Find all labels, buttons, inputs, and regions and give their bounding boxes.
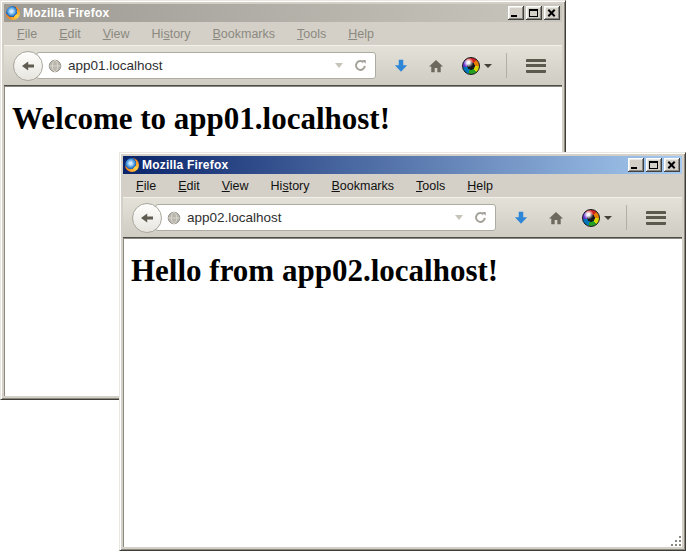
desktop: { "theme": { "chrome_color": "#d4d0c8", … — [0, 0, 688, 551]
app-menu-button[interactable] — [639, 204, 673, 232]
url-dropdown-icon[interactable] — [455, 215, 463, 220]
url-text: app02.localhost — [187, 210, 449, 225]
page-heading: Welcome to app01.localhost! — [12, 101, 562, 137]
navigation-toolbar: app02.localhost — [123, 197, 682, 238]
app-menu-button[interactable] — [519, 52, 553, 80]
home-icon — [427, 57, 445, 75]
download-button[interactable] — [512, 209, 530, 227]
maximize-button[interactable] — [526, 6, 542, 20]
url-bar[interactable]: app02.localhost — [155, 204, 496, 231]
home-button[interactable] — [547, 209, 565, 227]
menu-item-tools[interactable]: Tools — [407, 177, 454, 195]
minimize-button[interactable] — [508, 6, 524, 20]
url-bar[interactable]: app01.localhost — [36, 52, 376, 79]
titlebar[interactable]: Mozilla Firefox — [123, 156, 682, 174]
home-button[interactable] — [427, 57, 445, 75]
hamburger-icon — [526, 59, 546, 73]
menu-item-bookmarks[interactable]: Bookmarks — [323, 177, 404, 195]
download-icon — [512, 209, 530, 227]
minimize-icon — [631, 167, 637, 169]
back-icon — [139, 210, 155, 226]
menu-item-help[interactable]: Help — [339, 25, 383, 43]
menu-item-tools[interactable]: Tools — [288, 25, 335, 43]
menu-item-edit[interactable]: Edit — [169, 177, 209, 195]
menu-bar: FileEditViewHistoryBookmarksToolsHelp — [4, 22, 562, 45]
close-button[interactable] — [664, 158, 680, 172]
window-controls — [508, 6, 560, 20]
url-text: app01.localhost — [68, 58, 329, 73]
back-button[interactable] — [13, 51, 43, 81]
download-button[interactable] — [392, 57, 410, 75]
menu-item-view[interactable]: View — [94, 25, 139, 43]
reload-icon[interactable] — [353, 58, 368, 73]
menu-item-history[interactable]: History — [143, 25, 200, 43]
toolbar-separator — [626, 205, 627, 230]
resize-grip[interactable] — [669, 534, 683, 548]
page-heading: Hello from app02.localhost! — [131, 253, 682, 289]
close-icon — [664, 158, 680, 172]
close-button[interactable] — [544, 6, 560, 20]
globe-icon — [167, 211, 181, 225]
navigation-toolbar: app01.localhost — [4, 45, 562, 86]
toolbar-separator — [506, 53, 507, 78]
window-title: Mozilla Firefox — [23, 4, 505, 22]
menu-item-file[interactable]: File — [8, 25, 46, 43]
maximize-icon — [529, 9, 538, 17]
globe-icon — [48, 59, 62, 73]
firefox-icon[interactable] — [125, 158, 139, 172]
back-button[interactable] — [132, 203, 162, 233]
menu-bar: FileEditViewHistoryBookmarksToolsHelp — [123, 174, 682, 197]
page-content: Hello from app02.localhost! — [123, 238, 682, 547]
firefox-icon[interactable] — [6, 6, 20, 20]
colorwheel-button[interactable] — [582, 209, 612, 227]
hamburger-icon — [646, 211, 666, 225]
reload-icon[interactable] — [473, 210, 488, 225]
window-controls — [628, 158, 680, 172]
browser-window-app02: Mozilla Firefox FileEditViewHistoryBookm… — [119, 152, 686, 551]
colorwheel-icon — [462, 57, 480, 75]
colorwheel-button[interactable] — [462, 57, 492, 75]
home-icon — [547, 209, 565, 227]
menu-item-history[interactable]: History — [262, 177, 319, 195]
maximize-icon — [649, 161, 658, 169]
menu-item-file[interactable]: File — [127, 177, 165, 195]
close-icon — [544, 6, 560, 20]
caret-down-icon — [604, 216, 612, 220]
menu-item-view[interactable]: View — [213, 177, 258, 195]
menu-item-bookmarks[interactable]: Bookmarks — [204, 25, 285, 43]
colorwheel-icon — [582, 209, 600, 227]
menu-item-edit[interactable]: Edit — [50, 25, 90, 43]
back-icon — [20, 58, 36, 74]
minimize-icon — [511, 15, 517, 17]
menu-item-help[interactable]: Help — [458, 177, 502, 195]
caret-down-icon — [484, 64, 492, 68]
minimize-button[interactable] — [628, 158, 644, 172]
titlebar[interactable]: Mozilla Firefox — [4, 4, 562, 22]
maximize-button[interactable] — [646, 158, 662, 172]
url-dropdown-icon[interactable] — [335, 63, 343, 68]
window-title: Mozilla Firefox — [142, 156, 625, 174]
download-icon — [392, 57, 410, 75]
